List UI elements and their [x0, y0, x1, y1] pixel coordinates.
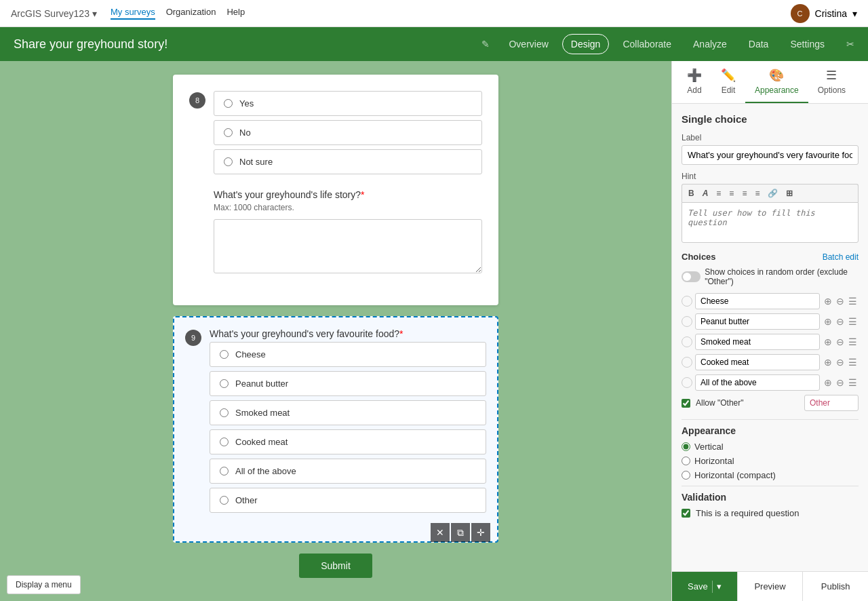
- save-label: Save: [688, 581, 708, 592]
- appearance-horizontal-compact-row: Horizontal (compact): [682, 470, 859, 480]
- hint-outdent-btn[interactable]: ≡: [751, 187, 763, 199]
- duplicate-question-button[interactable]: ⧉: [451, 523, 470, 542]
- hint-toolbar: B A ≡ ≡ ≡ ≡ 🔗 ⊞: [682, 184, 859, 202]
- choice-drag-cooked-meat[interactable]: ☰: [847, 357, 859, 368]
- dropdown-arrow[interactable]: ▾: [92, 8, 97, 19]
- question-section-9: 9 What's your greyhound's very favourite…: [173, 316, 498, 543]
- option-not-sure[interactable]: Not sure: [214, 149, 482, 174]
- choice-add-smoked-meat[interactable]: ⊕: [823, 336, 833, 347]
- hint-italic-btn[interactable]: A: [699, 187, 712, 199]
- life-story-textarea[interactable]: [214, 219, 482, 273]
- tab-settings[interactable]: Settings: [782, 35, 833, 54]
- choice-input-all-above[interactable]: [695, 374, 820, 391]
- option-no[interactable]: No: [214, 120, 482, 145]
- tab-overview[interactable]: Overview: [500, 35, 556, 54]
- panel-tab-options[interactable]: ☰ Options: [808, 61, 855, 103]
- radio-no[interactable]: [224, 128, 233, 137]
- choice-remove-cheese[interactable]: ⊖: [835, 296, 846, 307]
- option-cooked-meat[interactable]: Cooked meat: [210, 429, 486, 454]
- tab-analyze[interactable]: Analyze: [685, 35, 735, 54]
- delete-question-button[interactable]: ✕: [431, 523, 450, 542]
- panel-footer: Save ▾ Preview Publish: [672, 571, 868, 601]
- tab-collaborate[interactable]: Collaborate: [614, 35, 679, 54]
- panel-tab-add[interactable]: ➕ Add: [677, 61, 711, 103]
- option-cheese[interactable]: Cheese: [210, 342, 486, 367]
- save-dropdown-arrow[interactable]: ▾: [717, 581, 722, 592]
- label-input[interactable]: [682, 145, 859, 165]
- user-dropdown-icon[interactable]: ▾: [852, 8, 857, 19]
- submit-button[interactable]: Submit: [299, 554, 372, 578]
- choice-row-peanut-butter: ⊕ ⊖ ☰: [682, 313, 859, 330]
- choice-input-cooked-meat[interactable]: [695, 354, 820, 370]
- choice-remove-all-above[interactable]: ⊖: [835, 377, 846, 388]
- username: Cristina: [815, 8, 847, 19]
- choice-remove-smoked-meat[interactable]: ⊖: [835, 336, 846, 347]
- radio-cooked-meat[interactable]: [220, 438, 229, 446]
- choice-drag-all-above[interactable]: ☰: [847, 377, 859, 388]
- radio-all-above[interactable]: [220, 467, 229, 476]
- choice-row-cheese: ⊕ ⊖ ☰: [682, 293, 859, 309]
- choice-row-smoked-meat: ⊕ ⊖ ☰: [682, 334, 859, 350]
- save-button[interactable]: Save ▾: [672, 572, 738, 601]
- random-order-toggle[interactable]: [682, 271, 701, 282]
- appearance-horizontal-radio[interactable]: [682, 457, 690, 465]
- radio-other[interactable]: [220, 496, 229, 505]
- nav-my-surveys[interactable]: My surveys: [111, 7, 155, 20]
- share-icon[interactable]: ✂: [846, 39, 854, 50]
- hint-bold-btn[interactable]: B: [685, 187, 698, 199]
- required-checkbox[interactable]: [682, 509, 690, 518]
- nav-organization[interactable]: Organization: [166, 7, 216, 20]
- option-all-above[interactable]: All of the above: [210, 459, 486, 484]
- radio-peanut-butter[interactable]: [220, 379, 229, 388]
- appearance-vertical-radio[interactable]: [682, 442, 690, 451]
- appearance-horizontal-compact-radio[interactable]: [682, 471, 690, 480]
- hint-textarea[interactable]: [682, 202, 859, 243]
- hint-table-btn[interactable]: ⊞: [783, 187, 796, 199]
- choice-drag-cheese[interactable]: ☰: [847, 296, 859, 307]
- choice-remove-cooked-meat[interactable]: ⊖: [835, 357, 846, 368]
- choice-input-peanut-butter[interactable]: [695, 313, 820, 330]
- hint-list-btn[interactable]: ≡: [713, 187, 724, 199]
- hint-link-btn[interactable]: 🔗: [764, 187, 781, 199]
- option-yes[interactable]: Yes: [214, 91, 482, 116]
- hint-list2-btn[interactable]: ≡: [726, 187, 737, 199]
- allow-other-checkbox[interactable]: [682, 399, 690, 408]
- radio-not-sure[interactable]: [224, 157, 233, 166]
- choice-add-cheese[interactable]: ⊕: [823, 296, 833, 307]
- option-smoked-meat[interactable]: Smoked meat: [210, 400, 486, 425]
- option-peanut-butter[interactable]: Peanut butter: [210, 371, 486, 396]
- choice-input-cheese[interactable]: [695, 293, 820, 309]
- choice-add-all-above[interactable]: ⊕: [823, 377, 833, 388]
- add-tab-label: Add: [687, 85, 701, 95]
- survey-canvas[interactable]: 8 Yes No Not sure: [0, 61, 671, 601]
- choice-add-peanut-butter[interactable]: ⊕: [823, 316, 833, 327]
- publish-button[interactable]: Publish: [803, 572, 868, 601]
- other-value-input[interactable]: [804, 395, 859, 411]
- choice-add-cooked-meat[interactable]: ⊕: [823, 357, 833, 368]
- radio-yes[interactable]: [224, 99, 233, 108]
- choice-drag-peanut-butter[interactable]: ☰: [847, 316, 859, 327]
- panel-tab-appearance[interactable]: 🎨 Appearance: [745, 61, 808, 103]
- choice-drag-smoked-meat[interactable]: ☰: [847, 336, 859, 347]
- divider-1: [682, 419, 859, 420]
- panel-tab-edit[interactable]: ✏️ Edit: [711, 61, 745, 103]
- batch-edit-btn[interactable]: Batch edit: [823, 252, 859, 262]
- tab-design[interactable]: Design: [562, 34, 610, 54]
- preview-button[interactable]: Preview: [738, 572, 804, 601]
- nav-help[interactable]: Help: [226, 7, 245, 20]
- edit-title-icon[interactable]: ✎: [481, 39, 490, 50]
- question-number-8: 8: [189, 92, 205, 109]
- display-menu-button[interactable]: Display a menu: [7, 575, 81, 594]
- label-all-above: All of the above: [235, 466, 296, 476]
- question-content-8: Yes No Not sure What's your greyhound's …: [214, 91, 482, 275]
- tab-data[interactable]: Data: [741, 35, 777, 54]
- hint-indent-btn[interactable]: ≡: [738, 187, 750, 199]
- move-question-button[interactable]: ✛: [471, 523, 490, 542]
- choice-remove-peanut-butter[interactable]: ⊖: [835, 316, 846, 327]
- question-row-8: 8 Yes No Not sure: [189, 91, 482, 275]
- choice-input-smoked-meat[interactable]: [695, 334, 820, 350]
- radio-smoked-meat[interactable]: [220, 408, 229, 417]
- radio-cheese[interactable]: [220, 350, 229, 359]
- option-other[interactable]: Other: [210, 488, 486, 513]
- appearance-horizontal-row: Horizontal: [682, 456, 859, 466]
